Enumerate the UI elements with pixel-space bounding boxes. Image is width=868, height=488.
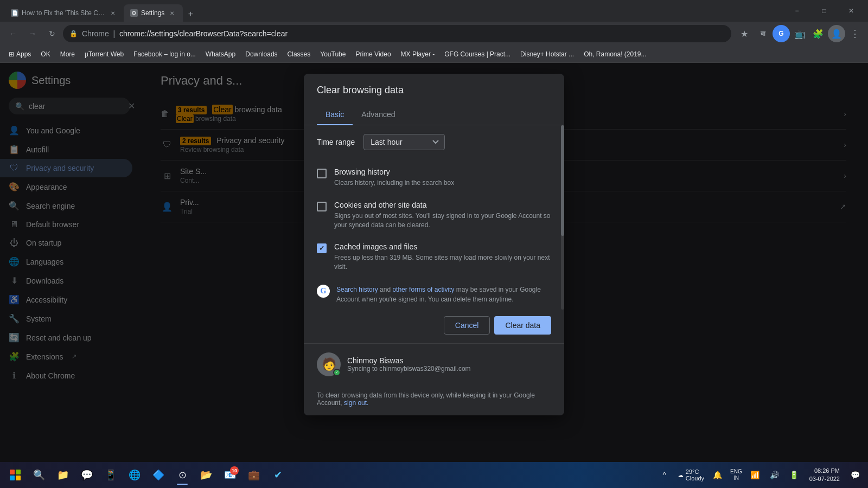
profile-btn[interactable]: G bbox=[773, 25, 790, 42]
dialog-title: Clear browsing data bbox=[317, 85, 404, 95]
network-notification-icon[interactable]: 🔔 bbox=[709, 466, 726, 484]
minimize-btn[interactable]: − bbox=[784, 2, 809, 20]
bookmark-ramona[interactable]: Oh, Ramona! (2019... bbox=[579, 49, 650, 60]
bookmark-downloads[interactable]: Downloads bbox=[241, 49, 282, 60]
taskbar-chrome-btn[interactable]: ⊙ bbox=[171, 464, 193, 486]
language-text: ENG bbox=[730, 468, 742, 475]
checkbox-cookies-text: Cookies and other site data Signs you ou… bbox=[334, 201, 551, 230]
cloud-icon: ☁ bbox=[678, 472, 684, 479]
time-range-select[interactable]: Last hour Last 24 hours Last 7 days Last… bbox=[363, 134, 445, 150]
bookmark-disney-label: Disney+ Hotstar ... bbox=[520, 50, 574, 58]
checkbox-cached: Cached images and files Frees up less th… bbox=[317, 236, 551, 278]
clock[interactable]: 08:26 PM 03-07-2022 bbox=[805, 467, 844, 484]
avatar-wrap: 🧑 ✓ bbox=[317, 352, 341, 376]
taskbar-edge-btn[interactable]: 🌐 bbox=[124, 464, 145, 486]
bookmark-facebook[interactable]: Facebook – log in o... bbox=[129, 49, 200, 60]
tab-advanced[interactable]: Advanced bbox=[353, 105, 404, 125]
bookmark-apps[interactable]: ⊞ Apps bbox=[4, 49, 35, 60]
profile-avatar-btn[interactable]: 👤 bbox=[828, 25, 845, 42]
clock-time: 08:26 PM bbox=[809, 467, 840, 475]
scrollbar-thumb[interactable] bbox=[561, 125, 564, 236]
other-activity-link[interactable]: other forms of activity bbox=[392, 286, 454, 293]
show-hidden-icons-btn[interactable]: ^ bbox=[656, 466, 673, 484]
account-email: Syncing to chinmoybiswas320@gmail.com bbox=[347, 365, 551, 373]
taskbar-file-explorer-btn[interactable]: 📁 bbox=[52, 464, 74, 486]
bookmark-utorrent[interactable]: µTorrent Web bbox=[80, 49, 128, 60]
tab-2[interactable]: ⚙ Settings ✕ bbox=[124, 4, 183, 22]
tab1-favicon: 📄 bbox=[11, 9, 18, 17]
refresh-btn[interactable]: ↻ bbox=[43, 25, 61, 42]
tab1-close-btn[interactable]: ✕ bbox=[108, 9, 117, 17]
back-btn[interactable]: ← bbox=[4, 25, 22, 42]
taskbar-whatsapp-btn[interactable]: 📱 bbox=[100, 464, 122, 486]
bookmark-prime[interactable]: Prime Video bbox=[351, 49, 395, 60]
bookmark-whatsapp[interactable]: WhatsApp bbox=[201, 49, 240, 60]
dialog-account-section: 🧑 ✓ Chinmoy Biswas Syncing to chinmoybis… bbox=[304, 343, 564, 385]
browsing-history-title: Browsing history bbox=[334, 168, 551, 176]
checkbox-cookies-input[interactable] bbox=[317, 202, 327, 211]
more-menu-btn[interactable]: ⋮ bbox=[846, 25, 864, 42]
address-bar[interactable]: 🔒 Chrome | chrome://settings/clearBrowse… bbox=[63, 25, 731, 42]
cached-title: Cached images and files bbox=[334, 242, 551, 251]
taskbar-mail-btn[interactable]: 📧 10 bbox=[219, 464, 241, 486]
cached-desc: Frees up less than 319 MB. Some sites ma… bbox=[334, 253, 551, 272]
translate-btn[interactable]: बा bbox=[754, 25, 771, 42]
weather-condition: Cloudy bbox=[686, 475, 704, 481]
taskbar-search-btn[interactable]: 🔍 bbox=[28, 464, 50, 486]
bookmark-disney[interactable]: Disney+ Hotstar ... bbox=[516, 49, 578, 60]
account-name: Chinmoy Biswas bbox=[347, 356, 551, 365]
bookmark-more-label: More bbox=[60, 50, 75, 58]
bookmark-classes[interactable]: Classes bbox=[283, 49, 315, 60]
temperature: 29°C bbox=[686, 468, 704, 475]
close-btn[interactable]: ✕ bbox=[839, 2, 864, 20]
clear-data-button[interactable]: Clear data bbox=[494, 316, 551, 335]
dialog-tabs: Basic Advanced bbox=[304, 105, 564, 125]
bookmark-star-btn[interactable]: ★ bbox=[736, 25, 753, 42]
chromecast-btn[interactable]: 📺 bbox=[791, 25, 808, 42]
scrollbar[interactable] bbox=[561, 125, 564, 310]
checkbox-browsing-history-input[interactable] bbox=[317, 169, 327, 178]
language-indicator[interactable]: ENG IN bbox=[728, 468, 744, 481]
google-icon: G bbox=[317, 285, 330, 298]
wifi-icon[interactable]: 📶 bbox=[746, 466, 764, 484]
volume-icon[interactable]: 🔊 bbox=[766, 466, 783, 484]
windows-logo-icon bbox=[10, 470, 21, 480]
bookmark-mxplayer-label: MX Player - bbox=[401, 50, 435, 58]
sign-out-link[interactable]: sign out. bbox=[344, 399, 368, 407]
taskbar-app1-btn[interactable]: 🔷 bbox=[148, 464, 169, 486]
tab2-close-btn[interactable]: ✕ bbox=[168, 9, 176, 17]
dialog-header: Clear browsing data bbox=[304, 74, 564, 96]
bookmark-youtube[interactable]: YouTube bbox=[316, 49, 350, 60]
tab-1[interactable]: 📄 How to Fix the 'This Site Can't B... ✕ bbox=[4, 4, 124, 22]
tab-basic[interactable]: Basic bbox=[317, 105, 353, 125]
taskbar-linkedin-btn[interactable]: 💼 bbox=[243, 464, 265, 486]
bookmark-gfg[interactable]: GFG Courses | Pract... bbox=[440, 49, 515, 60]
window-controls: − □ ✕ bbox=[784, 2, 864, 20]
weather-widget[interactable]: ☁ 29°C Cloudy bbox=[675, 468, 706, 481]
tab-bar: 📄 How to Fix the 'This Site Can't B... ✕… bbox=[4, 0, 778, 22]
bookmark-mxplayer[interactable]: MX Player - bbox=[397, 49, 439, 60]
start-button[interactable] bbox=[4, 464, 26, 486]
maximize-btn[interactable]: □ bbox=[812, 2, 837, 20]
bookmark-classes-label: Classes bbox=[288, 50, 311, 58]
bookmark-more[interactable]: More bbox=[56, 49, 79, 60]
address-text: Chrome | chrome://settings/clearBrowserD… bbox=[82, 29, 725, 38]
toolbar-icons: ★ बा G 📺 🧩 👤 ⋮ bbox=[736, 25, 864, 42]
notification-center-icon[interactable]: 💬 bbox=[846, 466, 864, 484]
dialog-actions: Cancel Clear data bbox=[304, 310, 564, 343]
checkbox-cached-input[interactable] bbox=[317, 243, 327, 253]
account-info: Chinmoy Biswas Syncing to chinmoybiswas3… bbox=[347, 356, 551, 373]
forward-btn[interactable]: → bbox=[24, 25, 41, 42]
battery-icon[interactable]: 🔋 bbox=[786, 466, 803, 484]
bookmark-utorrent-label: µTorrent Web bbox=[85, 50, 124, 58]
bookmark-downloads-label: Downloads bbox=[245, 50, 277, 58]
extensions-btn[interactable]: 🧩 bbox=[809, 25, 827, 42]
search-history-link[interactable]: Search history bbox=[336, 286, 378, 293]
taskbar-checkmark-btn[interactable]: ✔ bbox=[267, 464, 289, 486]
new-tab-btn[interactable]: + bbox=[183, 7, 198, 22]
cancel-button[interactable]: Cancel bbox=[444, 316, 490, 335]
bookmark-ok[interactable]: OK bbox=[36, 49, 54, 60]
taskbar-teams-btn[interactable]: 💬 bbox=[76, 464, 98, 486]
checkbox-browsing-history: Browsing history Clears history, includi… bbox=[317, 161, 551, 194]
taskbar-folder-btn[interactable]: 📂 bbox=[195, 464, 217, 486]
